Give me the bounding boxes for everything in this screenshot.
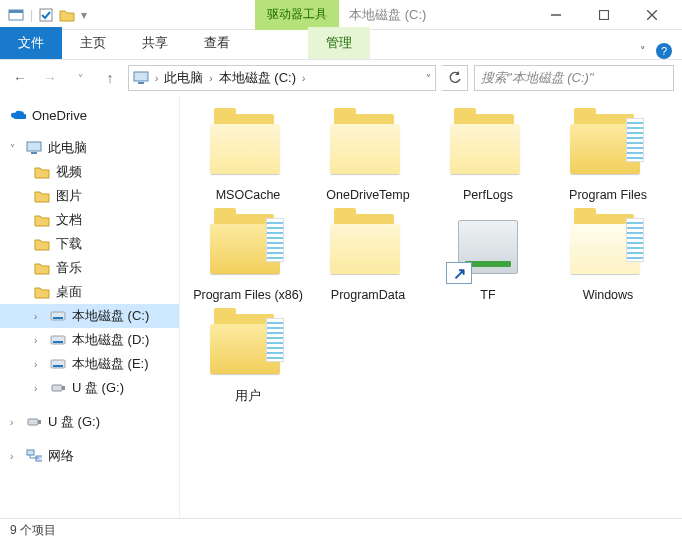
nav-up-button[interactable]: ↑ [98, 66, 122, 90]
tree-label: 本地磁盘 (C:) [72, 307, 149, 325]
expand-icon[interactable]: › [10, 451, 20, 462]
usb-icon [26, 414, 42, 430]
ribbon-expand-icon[interactable]: ˅ [640, 45, 646, 58]
qat-divider: | [30, 8, 33, 22]
tab-manage[interactable]: 管理 [308, 27, 370, 59]
pc-icon [26, 140, 42, 156]
tree-videos[interactable]: 视频 [0, 160, 179, 184]
item-label: Program Files (x86) [190, 288, 306, 302]
item-label: PerfLogs [430, 188, 546, 202]
tree-label: U 盘 (G:) [48, 413, 100, 431]
tree-usb-g-top[interactable]: › U 盘 (G:) [0, 410, 179, 434]
tree-thispc[interactable]: ˅ 此电脑 [0, 136, 179, 160]
svg-rect-14 [53, 341, 63, 343]
drive-icon [50, 356, 66, 372]
breadcrumb-drive-c[interactable]: 本地磁盘 (C:) [219, 69, 296, 87]
tree-label: 下载 [56, 235, 82, 253]
tree-downloads[interactable]: 下载 [0, 232, 179, 256]
tree-label: 图片 [56, 187, 82, 205]
refresh-button[interactable] [442, 65, 468, 91]
svg-rect-19 [28, 419, 38, 425]
folder-programfiles86[interactable]: Program Files (x86) [190, 212, 306, 302]
shortcut-tf[interactable]: ↗ TF [430, 212, 546, 302]
tab-file[interactable]: 文件 [0, 27, 62, 59]
tree-documents[interactable]: 文档 [0, 208, 179, 232]
tree-drive-d[interactable]: › 本地磁盘 (D:) [0, 328, 179, 352]
nav-recent-dropdown[interactable]: ˅ [68, 66, 92, 90]
expand-icon[interactable]: › [34, 383, 44, 394]
status-item-count: 9 个项目 [10, 522, 56, 539]
tree-label: 网络 [48, 447, 74, 465]
address-pc-icon [133, 71, 149, 85]
expand-icon[interactable]: › [34, 311, 44, 322]
tree-label: 本地磁盘 (D:) [72, 331, 149, 349]
folder-onedrivetemp[interactable]: OneDriveTemp [310, 112, 426, 202]
expand-icon[interactable]: › [10, 417, 20, 428]
close-button[interactable] [630, 1, 674, 29]
drive-icon [50, 308, 66, 324]
contextual-tab-drivetools: 驱动器工具 [255, 0, 339, 30]
svg-rect-20 [38, 420, 41, 424]
item-label: OneDriveTemp [310, 188, 426, 202]
tree-label: 此电脑 [48, 139, 87, 157]
window-controls [534, 1, 682, 29]
maximize-button[interactable] [582, 1, 626, 29]
tree-desktop[interactable]: 桌面 [0, 280, 179, 304]
nav-tree: OneDrive ˅ 此电脑 视频 图片 文档 [0, 96, 180, 518]
svg-rect-9 [27, 142, 41, 151]
nav-forward-button[interactable]: → [38, 66, 62, 90]
tree-label: 本地磁盘 (E:) [72, 355, 149, 373]
tree-pictures[interactable]: 图片 [0, 184, 179, 208]
onedrive-icon [10, 107, 26, 123]
desktop-icon [34, 284, 50, 300]
svg-rect-18 [62, 386, 65, 390]
nav-back-button[interactable]: ← [8, 66, 32, 90]
item-label: Windows [550, 288, 666, 302]
drive-icon [50, 332, 66, 348]
titlebar: | ▾ 驱动器工具 本地磁盘 (C:) [0, 0, 682, 30]
svg-rect-2 [40, 9, 52, 21]
svg-rect-12 [53, 317, 63, 319]
address-bar[interactable]: › 此电脑 › 本地磁盘 (C:) › ˅ [128, 65, 436, 91]
svg-rect-1 [9, 10, 23, 13]
collapse-icon[interactable]: ˅ [10, 143, 20, 154]
tree-music[interactable]: 音乐 [0, 256, 179, 280]
search-input[interactable]: 搜索"本地磁盘 (C:)" [474, 65, 674, 91]
tree-label: 桌面 [56, 283, 82, 301]
qat-folder-icon[interactable] [59, 8, 75, 22]
folder-windows[interactable]: Windows [550, 212, 666, 302]
documents-icon [34, 212, 50, 228]
tab-view[interactable]: 查看 [186, 27, 248, 59]
folder-users[interactable]: 用户 [190, 312, 306, 405]
breadcrumb-thispc[interactable]: 此电脑 [164, 69, 203, 87]
svg-rect-4 [600, 10, 609, 19]
folder-perflogs[interactable]: PerfLogs [430, 112, 546, 202]
usb-icon [50, 380, 66, 396]
minimize-button[interactable] [534, 1, 578, 29]
tree-drive-c[interactable]: › 本地磁盘 (C:) [0, 304, 179, 328]
tree-usb-g[interactable]: › U 盘 (G:) [0, 376, 179, 400]
expand-icon[interactable]: › [34, 335, 44, 346]
item-label: TF [430, 288, 546, 302]
expand-icon[interactable]: › [34, 359, 44, 370]
chevron-right-icon[interactable]: › [302, 73, 305, 84]
chevron-right-icon[interactable]: › [209, 73, 212, 84]
qat-overflow-icon[interactable]: ▾ [81, 8, 87, 22]
chevron-right-icon[interactable]: › [155, 73, 158, 84]
help-icon[interactable]: ? [656, 43, 672, 59]
status-bar: 9 个项目 [0, 518, 682, 542]
address-dropdown-icon[interactable]: ˅ [426, 73, 431, 84]
svg-rect-21 [27, 450, 34, 455]
tab-home[interactable]: 主页 [62, 27, 124, 59]
item-label: Program Files [550, 188, 666, 202]
quick-access-toolbar: | ▾ [0, 7, 95, 23]
folder-programfiles[interactable]: Program Files [550, 112, 666, 202]
tree-network[interactable]: › 网络 [0, 444, 179, 468]
folder-msocache[interactable]: MSOCache [190, 112, 306, 202]
qat-checkbox-icon[interactable] [39, 8, 53, 22]
folder-programdata[interactable]: ProgramData [310, 212, 426, 302]
tree-onedrive[interactable]: OneDrive [0, 104, 179, 126]
tree-drive-e[interactable]: › 本地磁盘 (E:) [0, 352, 179, 376]
downloads-icon [34, 236, 50, 252]
tab-share[interactable]: 共享 [124, 27, 186, 59]
